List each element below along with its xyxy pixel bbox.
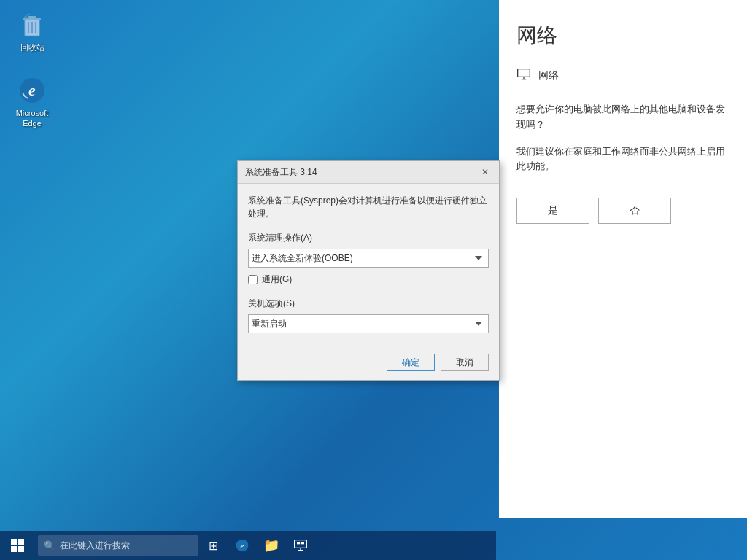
svg-rect-18 <box>301 542 304 544</box>
recycle-bin-icon[interactable]: 回收站 <box>6 7 58 55</box>
task-view-icon: ⊞ <box>209 539 218 553</box>
network-monitor-icon <box>516 67 531 85</box>
svg-rect-9 <box>518 69 530 77</box>
network-taskbar-button[interactable] <box>286 531 315 560</box>
search-box[interactable]: 🔍 在此键入进行搜索 <box>38 535 198 556</box>
svg-point-6 <box>24 16 27 19</box>
cancel-button[interactable]: 取消 <box>441 354 489 371</box>
svg-rect-2 <box>28 16 36 19</box>
generalize-row: 通用(G) <box>248 273 489 286</box>
dialog-title: 系统准备工具 3.14 <box>245 166 317 179</box>
file-explorer-icon: 📁 <box>263 537 279 553</box>
network-no-button[interactable]: 否 <box>598 198 671 224</box>
dialog-body: 系统准备工具(Sysprep)会对计算机进行准备以便进行硬件独立处理。 系统清理… <box>238 184 499 346</box>
network-description: 想要允许你的电脑被此网络上的其他电脑和设备发现吗？ <box>516 102 729 133</box>
generalize-label: 通用(G) <box>262 273 292 286</box>
network-yes-button[interactable]: 是 <box>516 198 589 224</box>
confirm-button[interactable]: 确定 <box>387 354 435 371</box>
edge-taskbar-icon: e <box>235 538 249 553</box>
network-icon-row: 网络 <box>516 67 729 85</box>
network-panel-title: 网络 <box>516 22 729 50</box>
svg-text:e: e <box>241 541 244 550</box>
edge-taskbar-button[interactable]: e <box>228 531 257 560</box>
svg-rect-14 <box>295 540 307 548</box>
recycle-bin-label: 回收站 <box>20 42 44 52</box>
svg-rect-17 <box>297 542 300 544</box>
network-recommendation: 我们建议你在家庭和工作网络而非公共网络上启用此功能。 <box>516 144 729 175</box>
network-panel: 网络 网络 想要允许你的电脑被此网络上的其他电脑和设备发现吗？ 我们建议你在家庭… <box>499 0 747 518</box>
shutdown-options-label: 关机选项(S) <box>248 298 489 310</box>
dialog-titlebar: 系统准备工具 3.14 ✕ <box>238 161 499 184</box>
shutdown-select[interactable]: 重新启动 <box>248 314 489 333</box>
generalize-checkbox[interactable] <box>248 275 258 284</box>
taskbar: 🔍 在此键入进行搜索 ⊞ e 📁 <box>0 531 496 560</box>
sysprep-dialog: 系统准备工具 3.14 ✕ 系统准备工具(Sysprep)会对计算机进行准备以便… <box>237 160 500 381</box>
recycle-bin-image <box>18 10 47 39</box>
edge-icon-image: e <box>18 76 47 105</box>
search-icon: 🔍 <box>44 540 55 551</box>
network-section-label: 网络 <box>538 69 559 82</box>
dialog-description: 系统准备工具(Sysprep)会对计算机进行准备以便进行硬件独立处理。 <box>248 194 489 220</box>
task-view-button[interactable]: ⊞ <box>198 531 228 560</box>
cleanup-action-label: 系统清理操作(A) <box>248 232 489 244</box>
windows-logo-icon <box>11 539 24 552</box>
file-explorer-button[interactable]: 📁 <box>257 531 286 560</box>
desktop: 回收站 e Microsoft Edge 网络 网络 想要允许你的电脑被此网 <box>0 0 747 560</box>
dialog-buttons: 确定 取消 <box>238 346 499 380</box>
svg-text:e: e <box>28 81 36 99</box>
cleanup-action-select[interactable]: 进入系统全新体验(OOBE) <box>248 249 489 268</box>
network-taskbar-icon <box>293 538 308 553</box>
dialog-close-button[interactable]: ✕ <box>479 166 492 179</box>
search-placeholder-text: 在此键入进行搜索 <box>60 540 130 552</box>
start-button[interactable] <box>0 531 35 560</box>
network-button-row: 是 否 <box>516 198 729 224</box>
edge-icon-label: Microsoft Edge <box>9 108 55 129</box>
edge-icon-desktop[interactable]: e Microsoft Edge <box>6 73 58 132</box>
